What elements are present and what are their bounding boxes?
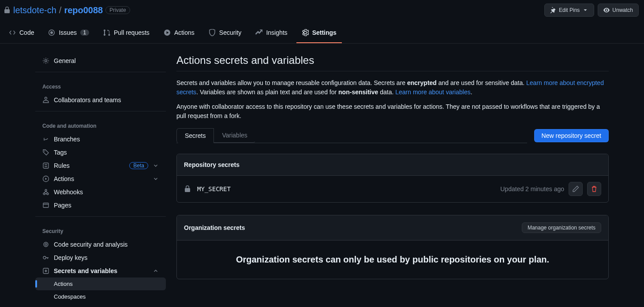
edit-pins-button[interactable]: Edit Pins xyxy=(544,4,594,17)
scan-icon xyxy=(42,241,49,248)
organization-secrets-header: Organization secrets Manage organization… xyxy=(177,215,608,240)
shield-icon xyxy=(209,29,216,36)
repo-nav: Code Issues 1 Pull requests Actions Secu… xyxy=(0,25,644,44)
tab-actions[interactable]: Actions xyxy=(158,25,200,43)
edit-secret-button[interactable] xyxy=(569,182,583,196)
chevron-up-icon xyxy=(153,268,159,274)
sidebar-item-branches[interactable]: Branches xyxy=(35,133,166,146)
tab-pull-requests[interactable]: Pull requests xyxy=(98,25,155,43)
sidebar-item-secrets[interactable]: Secrets and variables xyxy=(35,264,166,277)
asterisk-icon xyxy=(42,267,49,274)
secret-updated: Updated 2 minutes ago xyxy=(500,185,564,192)
svg-point-9 xyxy=(45,244,47,245)
trash-icon xyxy=(591,185,598,192)
issues-counter: 1 xyxy=(80,30,89,36)
sidebar-item-actions[interactable]: Actions xyxy=(35,172,166,185)
repo-path: letsdote-ch / repo0088 Private xyxy=(4,5,130,15)
sidebar-subitem-actions[interactable]: Actions xyxy=(35,277,166,290)
sidebar-item-general[interactable]: General xyxy=(35,54,166,67)
issue-icon xyxy=(48,29,55,36)
svg-point-1 xyxy=(44,151,45,152)
secret-name: MY_SECRET xyxy=(197,185,231,192)
svg-rect-2 xyxy=(43,163,49,168)
pin-icon xyxy=(550,7,556,13)
people-icon xyxy=(42,96,49,104)
delete-secret-button[interactable] xyxy=(587,182,601,196)
code-icon xyxy=(9,29,16,36)
sidebar-item-code-security[interactable]: Code security and analysis xyxy=(35,238,166,251)
tag-icon xyxy=(42,149,49,156)
main-content: Actions secrets and variables Secrets an… xyxy=(176,54,609,307)
manage-org-secrets-button[interactable]: Manage organization secrets xyxy=(522,222,601,233)
lock-icon xyxy=(4,7,11,14)
sidebar-group-access: Access xyxy=(35,77,166,93)
svg-point-4 xyxy=(43,193,45,195)
lock-icon xyxy=(184,185,191,192)
repository-secrets-header: Repository secrets xyxy=(177,154,608,176)
graph-icon xyxy=(255,29,262,36)
gear-icon xyxy=(302,29,309,36)
description-2: Anyone with collaborator access to this … xyxy=(176,102,609,121)
svg-point-5 xyxy=(47,193,49,195)
tab-insights[interactable]: Insights xyxy=(250,25,292,43)
tab-issues[interactable]: Issues 1 xyxy=(43,25,94,43)
chevron-down-icon xyxy=(153,176,159,182)
settings-sidebar: General Access Collaborators and teams C… xyxy=(35,54,166,307)
gear-icon xyxy=(42,57,49,64)
pull-request-icon xyxy=(103,29,110,36)
learn-variables-link[interactable]: Learn more about variables xyxy=(395,89,470,96)
subtab-variables[interactable]: Variables xyxy=(214,128,255,143)
sidebar-group-code: Code and automation xyxy=(35,116,166,133)
tab-code[interactable]: Code xyxy=(4,25,39,43)
branch-icon xyxy=(42,136,49,143)
pencil-icon xyxy=(572,185,579,192)
visibility-badge: Private xyxy=(105,6,130,14)
organization-secrets-panel: Organization secrets Manage organization… xyxy=(176,215,609,279)
svg-rect-7 xyxy=(43,203,49,207)
secret-row: MY_SECRET Updated 2 minutes ago xyxy=(177,176,608,202)
new-repository-secret-button[interactable]: New repository secret xyxy=(534,129,609,142)
sidebar-subitem-codespaces[interactable]: Codespaces xyxy=(35,290,166,303)
chevron-down-icon xyxy=(153,163,159,169)
sidebar-subitem-dependabot[interactable]: Dependabot xyxy=(35,303,166,307)
sidebar-item-rules[interactable]: Rules Beta xyxy=(35,159,166,172)
svg-point-10 xyxy=(43,256,46,259)
play-icon xyxy=(164,29,171,36)
rules-icon xyxy=(42,162,49,169)
beta-badge: Beta xyxy=(129,162,148,169)
sidebar-item-webhooks[interactable]: Webhooks xyxy=(35,185,166,199)
svg-point-0 xyxy=(45,60,47,62)
svg-point-6 xyxy=(45,189,47,191)
caret-down-icon xyxy=(582,7,588,13)
play-circle-icon xyxy=(42,175,49,182)
subtab-secrets[interactable]: Secrets xyxy=(176,128,214,143)
unwatch-button[interactable]: Unwatch xyxy=(598,4,639,17)
sidebar-item-tags[interactable]: Tags xyxy=(35,146,166,159)
svg-point-8 xyxy=(44,242,48,247)
org-secrets-message: Organization secrets can only be used by… xyxy=(177,240,608,279)
tab-security[interactable]: Security xyxy=(203,25,247,43)
repository-secrets-panel: Repository secrets MY_SECRET Updated 2 m… xyxy=(176,154,609,203)
webhook-icon xyxy=(42,189,49,196)
page-title: Actions secrets and variables xyxy=(176,54,609,67)
repo-owner-link[interactable]: letsdote-ch xyxy=(13,5,56,15)
description-1: Secrets and variables allow you to manag… xyxy=(176,78,609,97)
sidebar-group-security: Security xyxy=(35,221,166,238)
sidebar-item-pages[interactable]: Pages xyxy=(35,199,166,212)
eye-icon xyxy=(603,7,610,13)
browser-icon xyxy=(42,202,49,209)
sidebar-item-collaborators[interactable]: Collaborators and teams xyxy=(35,93,166,107)
tab-settings[interactable]: Settings xyxy=(296,25,342,43)
sidebar-item-deploy-keys[interactable]: Deploy keys xyxy=(35,251,166,264)
repo-name-link[interactable]: repo0088 xyxy=(64,5,103,15)
key-icon xyxy=(42,254,49,261)
